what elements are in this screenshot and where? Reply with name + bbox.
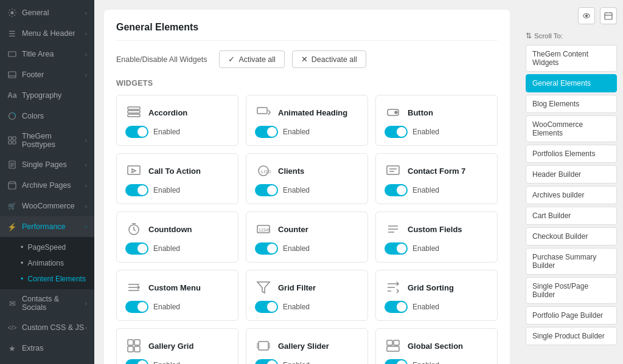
rs-nav-thegem-content-widgets[interactable]: TheGem Content Widgets [526, 45, 617, 72]
sidebar-sub-content-elements[interactable]: Content Elements [0, 271, 94, 287]
sidebar-item-single-pages[interactable]: Single Pages › [0, 154, 94, 175]
custom-fields-icon [385, 221, 402, 238]
rs-nav-single-post-page-builder[interactable]: Single Post/Page Builder [526, 277, 617, 304]
global-section-status: Enabled [412, 361, 439, 364]
sidebar-item-label: Typography [22, 91, 61, 100]
sidebar-item-general[interactable]: General › [0, 2, 94, 23]
grid-sorting-status: Enabled [412, 303, 439, 311]
custom-css-icon: </> [7, 323, 17, 332]
widget-card-grid-sorting: Grid Sorting Enabled [375, 270, 498, 321]
grid-sorting-toggle[interactable] [385, 301, 408, 313]
calendar-icon-button[interactable] [600, 7, 617, 24]
menu-header-icon: ☰ [7, 29, 17, 38]
main-panel: General Elements Enable/Disable All Widg… [104, 10, 510, 364]
sort-icon: ⇅ [526, 32, 532, 40]
clients-toggle[interactable] [255, 184, 278, 196]
grid-filter-icon [255, 279, 272, 296]
gallery-grid-toggle[interactable] [125, 359, 148, 364]
sidebar-item-performance[interactable]: ⚡ Performance › [0, 216, 94, 237]
sidebar-item-extras[interactable]: ★ Extras [0, 338, 94, 359]
sidebar-item-footer[interactable]: Footer › [0, 64, 94, 85]
gallery-grid-status: Enabled [153, 361, 180, 364]
widgets-label: Widgets [116, 79, 498, 88]
grid-filter-toggle[interactable] [255, 301, 278, 313]
call-to-action-toggle[interactable] [125, 184, 148, 196]
title-area-icon [7, 49, 17, 59]
sidebar-item-title-area[interactable]: Title Area › [0, 44, 94, 64]
gallery-slider-toggle[interactable] [255, 359, 278, 364]
rs-nav-single-product-builder[interactable]: Single Product Builder [526, 327, 617, 345]
countdown-icon [125, 221, 142, 238]
sidebar-item-archive-pages[interactable]: Archive Pages › [0, 175, 94, 196]
accordion-toggle[interactable] [125, 126, 148, 138]
svg-rect-45 [128, 346, 133, 352]
arrow-icon: › [85, 162, 87, 168]
rs-nav-checkout-builder[interactable]: Checkout Builder [526, 227, 617, 246]
widget-card-countdown: Countdown Enabled [116, 211, 238, 263]
contacts-icon: ✉ [7, 298, 17, 308]
svg-rect-18 [128, 114, 140, 117]
arrow-icon: › [85, 72, 87, 78]
typography-icon: Aa [7, 91, 17, 100]
svg-text:12345: 12345 [259, 228, 271, 232]
eye-icon-button[interactable] [578, 7, 595, 24]
rs-nav-cart-builder[interactable]: Cart Builder [526, 207, 617, 225]
svg-rect-16 [128, 107, 140, 109]
animated-heading-toggle[interactable] [255, 126, 278, 138]
rs-nav-archives-builder[interactable]: Archives builder [526, 186, 617, 204]
custom-menu-toggle[interactable] [125, 301, 148, 313]
sidebar-item-typography[interactable]: Aa Typography [0, 85, 94, 106]
counter-toggle[interactable] [255, 242, 278, 255]
sidebar-sub-pagespeed[interactable]: PageSpeed [0, 239, 94, 255]
accordion-icon [125, 104, 142, 121]
contact-form-7-status: Enabled [412, 186, 439, 194]
contact-form-7-name: Contact Form 7 [408, 167, 465, 176]
arrow-icon: › [85, 137, 87, 144]
global-section-toggle[interactable] [385, 359, 408, 364]
rs-nav-portfolio-page-builder[interactable]: Portfolio Page Builder [526, 306, 617, 325]
custom-fields-status: Enabled [412, 244, 439, 253]
arrow-icon: › [85, 51, 87, 58]
sidebar-item-backup-import[interactable]: Backup & Import [0, 359, 94, 364]
grid-sorting-name: Grid Sorting [408, 283, 454, 292]
button-toggle[interactable] [385, 126, 408, 138]
rs-nav-blog-elements[interactable]: Blog Elements [526, 95, 617, 113]
animated-heading-name: Animated Heading [278, 108, 347, 117]
sidebar: General › ☰ Menu & Header › Title Area ›… [0, 0, 94, 364]
svg-rect-46 [134, 346, 140, 352]
widgets-grid: Accordion Enabled Animated Heading Enabl… [116, 95, 498, 364]
sidebar-item-thegem-posttypes[interactable]: TheGem Posttypes › [0, 126, 94, 154]
svg-rect-2 [9, 72, 16, 78]
svg-rect-56 [387, 346, 399, 351]
widget-card-accordion: Accordion Enabled [116, 95, 238, 146]
rs-nav-header-builder[interactable]: Header Builder [526, 165, 617, 184]
custom-menu-status: Enabled [153, 303, 180, 311]
sidebar-item-woocommerce[interactable]: 🛒 WooCommerce › [0, 196, 94, 216]
rs-nav-portfolios-elements[interactable]: Portfolios Elements [526, 145, 617, 163]
sidebar-sub-animations[interactable]: Animations [0, 255, 94, 271]
rs-nav-general-elements[interactable]: General Elements [526, 74, 617, 92]
call-to-action-name: Call To Action [148, 167, 201, 176]
sidebar-item-label: Footer [22, 70, 44, 79]
sidebar-item-contacts-socials[interactable]: ✉ Contacts & Socials › [0, 289, 94, 317]
svg-rect-19 [257, 108, 267, 114]
sidebar-item-menu-header[interactable]: ☰ Menu & Header › [0, 23, 94, 44]
countdown-name: Countdown [148, 225, 192, 234]
widget-card-clients: LOGO Clients Enabled [246, 153, 368, 204]
svg-rect-17 [128, 111, 140, 113]
button-icon [385, 104, 402, 121]
enable-bar: Enable/Disable All Widgets ✓ Activate al… [116, 50, 498, 68]
custom-menu-name: Custom Menu [148, 283, 201, 292]
accordion-status: Enabled [153, 128, 180, 136]
svg-rect-1 [9, 52, 16, 57]
activate-all-button[interactable]: ✓ Activate all [219, 50, 284, 68]
contact-form-7-toggle[interactable] [385, 184, 408, 196]
rs-nav-woocommerce-elements[interactable]: WooCommerce Elements [526, 115, 617, 142]
sidebar-item-colors[interactable]: Colors [0, 106, 94, 126]
deactivate-all-button[interactable]: ✕ Deactivate all [292, 50, 366, 68]
rs-nav-purchase-summary-builder[interactable]: Purchase Summary Builder [526, 248, 617, 275]
sidebar-item-custom-css-js[interactable]: </> Custom CSS & JS › [0, 317, 94, 338]
svg-marker-23 [132, 169, 136, 173]
countdown-toggle[interactable] [125, 242, 148, 255]
custom-fields-toggle[interactable] [385, 242, 408, 255]
